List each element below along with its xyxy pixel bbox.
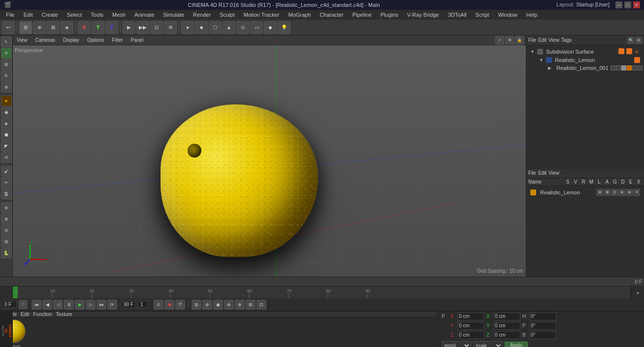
options-menu[interactable]: Options [85,37,106,43]
mat-ctrl-6[interactable]: ✕ [633,189,640,196]
cameras-menu[interactable]: Cameras [33,37,58,43]
menu-select[interactable]: Select [63,11,86,19]
timeline-ruler[interactable]: 0 10 20 30 40 50 60 70 80 90 [13,286,631,298]
undo-button[interactable]: ↩ [2,21,15,34]
pos-x-input[interactable] [457,313,484,320]
menu-edit[interactable]: Edit [20,11,37,19]
loop-btn[interactable]: ⟳ [107,300,117,310]
go-start-btn[interactable]: ⏮ [32,300,41,310]
left-sculpt2-btn[interactable]: ⊗ [1,214,12,224]
tree-item-subdivision[interactable]: ▼ Subdivision Surface ✕ [528,47,642,56]
rot-b-input[interactable] [529,331,556,339]
mat-ctrl-2[interactable]: ⊠ [604,189,611,196]
go-end-btn[interactable]: ⏭ [97,300,106,310]
menu-create[interactable]: Create [38,11,62,19]
pyramid-button[interactable]: ◆ [264,21,277,34]
left-move-btn[interactable]: ✛ [1,48,12,59]
attr-edit-menu[interactable]: Edit [538,170,547,176]
obj-view-menu[interactable]: View [548,37,559,43]
left-obj5-btn[interactable]: ◤ [1,141,12,152]
minimize-button[interactable]: ─ [615,1,622,8]
viewport-scene[interactable]: Perspective Grid Spacing : 10 cm Y X Z [13,45,526,277]
region-render-button[interactable]: ⊡ [150,21,163,34]
edge-mode-button[interactable]: ⊠ [47,21,60,34]
key-grid-btn[interactable]: ⊞ [246,300,256,310]
pos-y-input[interactable] [457,322,484,330]
viewport-options-btn[interactable]: ⚙ [505,36,514,45]
tree-item-realistic-lemon-001[interactable]: ▶ Realistic_Lemon_001 [528,64,642,72]
stop-btn[interactable]: ⏸ [64,300,74,310]
ctrl1[interactable] [611,65,615,70]
rot-h-input[interactable] [529,313,556,320]
subdiv-x-btn[interactable]: ✕ [633,48,640,55]
menu-render[interactable]: Render [189,11,215,19]
model-mode-button[interactable]: ⊞ [19,21,32,34]
menu-script[interactable]: Script [472,11,493,19]
key-all-btn[interactable]: ⊛ [235,300,245,310]
viewport-lock-btn[interactable]: 🔒 [515,36,524,45]
material-item-realistic-lemon[interactable]: Realistic_Lemon ⊞ ⊠ ⊡ ⊕ ⊗ ✕ [528,188,642,197]
pos-z-input[interactable] [457,331,484,339]
mat-ctrl-4[interactable]: ⊕ [618,189,625,196]
maximize-button[interactable]: □ [624,1,631,8]
expand-icon[interactable]: ▼ [530,49,535,54]
left-s-btn[interactable]: S [1,189,12,199]
record-btn[interactable]: ⊙ [154,300,163,310]
key-auto-btn[interactable]: ⊕ [202,300,212,310]
filter-menu[interactable]: Filter [110,37,125,43]
expand-icon-2[interactable]: ▼ [539,58,544,63]
rot-p-input[interactable] [529,322,556,330]
cube-button[interactable]: ■ [195,21,208,34]
menu-pipeline[interactable]: Pipeline [349,11,376,19]
menu-simulate[interactable]: Simulate [159,11,188,19]
key-sel-btn[interactable]: ◉ [213,300,223,310]
menu-animate[interactable]: Animate [130,11,158,19]
attr-view-menu[interactable]: View [548,170,559,176]
ctrl6[interactable] [638,65,643,70]
menu-file[interactable]: File [2,11,19,19]
left-obj2-btn[interactable]: ◉ [1,107,12,118]
left-edit-btn[interactable]: ✏ [1,177,12,188]
play-btn[interactable]: ▶ [75,300,85,310]
viewport[interactable]: View Cameras Display Options Filter Pane… [13,35,526,277]
cylinder-button[interactable]: ⬡ [209,21,222,34]
scale-dropdown[interactable]: Scale [473,341,503,347]
mat-ctrl-5[interactable]: ⊗ [626,189,633,196]
transform-z-button[interactable]: Z [105,21,118,34]
menu-mograph[interactable]: MoGraph [284,11,315,19]
torus-button[interactable]: ⊙ [236,21,249,34]
ctrl4[interactable] [627,65,632,70]
left-obj4-btn[interactable]: ⬟ [1,129,12,140]
left-select-btn[interactable]: ↖ [1,36,12,47]
mat-ctrl-3[interactable]: ⊡ [611,189,618,196]
expand-icon-3[interactable]: ▶ [548,65,551,70]
left-scale-btn[interactable]: ⊞ [1,59,12,70]
display-menu[interactable]: Display [61,37,81,43]
menu-character[interactable]: Character [316,11,347,19]
left-obj1-btn[interactable]: ■ [1,95,12,106]
transform-x-button[interactable]: X [78,21,91,34]
render-settings-button[interactable]: ⚙ [164,21,177,34]
size-x-input[interactable] [493,313,520,320]
transform-y-button[interactable]: Y [92,21,104,34]
left-obj6-btn[interactable]: ⟲ [1,152,12,163]
sphere-button[interactable]: ● [181,21,194,34]
size-z-input[interactable] [493,331,520,339]
key-add-btn[interactable]: ⊞ [192,300,201,310]
mat-function-menu[interactable]: Function [33,312,52,317]
poly-mode-button[interactable]: ◈ [61,21,73,34]
obj-tags-menu[interactable]: Tags [561,37,572,43]
left-sculpt-btn[interactable]: ⊛ [1,202,12,213]
ctrl3[interactable] [621,65,626,70]
mat-edit-menu[interactable]: Edit [21,312,29,317]
menu-3dtoall[interactable]: 3DToAll [444,11,471,19]
view-menu[interactable]: View [15,37,30,43]
menu-window[interactable]: Window [494,11,521,19]
cone-button[interactable]: ▲ [223,21,235,34]
lemon-object[interactable] [161,104,318,257]
world-dropdown[interactable]: World [442,341,471,347]
obj-file-menu[interactable]: File [528,37,536,43]
left-rotate-btn[interactable]: ↻ [1,70,12,81]
menu-vray[interactable]: V-Ray Bridge [403,11,443,19]
viewport-maximize-btn[interactable]: ⤢ [495,36,504,45]
